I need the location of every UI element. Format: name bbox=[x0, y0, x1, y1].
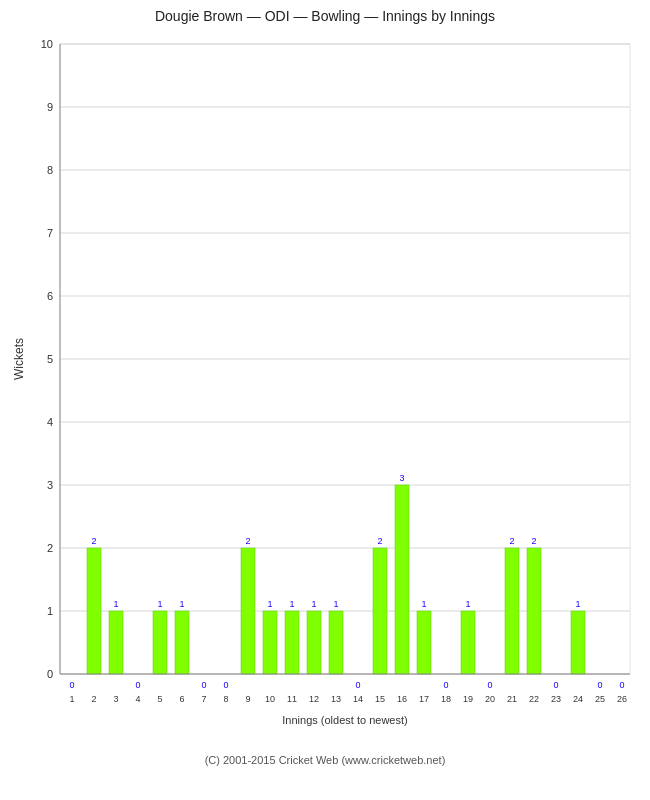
svg-text:0: 0 bbox=[597, 680, 602, 690]
svg-text:21: 21 bbox=[507, 694, 517, 704]
svg-rect-54 bbox=[285, 611, 299, 674]
svg-rect-27 bbox=[87, 548, 101, 674]
svg-rect-87 bbox=[527, 548, 541, 674]
svg-text:16: 16 bbox=[397, 694, 407, 704]
svg-text:9: 9 bbox=[245, 694, 250, 704]
main-chart: 0 1 2 3 4 5 6 7 8 9 10 Wickets 0 1 2 2 1… bbox=[5, 24, 645, 754]
svg-text:20: 20 bbox=[485, 694, 495, 704]
svg-text:0: 0 bbox=[553, 680, 558, 690]
svg-rect-72 bbox=[417, 611, 431, 674]
svg-text:9: 9 bbox=[47, 101, 53, 113]
svg-text:1: 1 bbox=[157, 599, 162, 609]
svg-text:26: 26 bbox=[617, 694, 627, 704]
svg-text:8: 8 bbox=[47, 164, 53, 176]
svg-text:2: 2 bbox=[245, 536, 250, 546]
svg-rect-93 bbox=[571, 611, 585, 674]
svg-rect-66 bbox=[373, 548, 387, 674]
svg-text:0: 0 bbox=[355, 680, 360, 690]
svg-text:5: 5 bbox=[47, 353, 53, 365]
chart-container: Dougie Brown — ODI — Bowling — Innings b… bbox=[0, 0, 650, 800]
svg-text:2: 2 bbox=[91, 536, 96, 546]
svg-rect-36 bbox=[153, 611, 167, 674]
svg-text:10: 10 bbox=[265, 694, 275, 704]
svg-text:0: 0 bbox=[443, 680, 448, 690]
svg-text:0: 0 bbox=[487, 680, 492, 690]
svg-text:7: 7 bbox=[201, 694, 206, 704]
svg-text:3: 3 bbox=[113, 694, 118, 704]
svg-text:13: 13 bbox=[331, 694, 341, 704]
svg-text:22: 22 bbox=[529, 694, 539, 704]
svg-rect-51 bbox=[263, 611, 277, 674]
svg-text:14: 14 bbox=[353, 694, 363, 704]
svg-text:2: 2 bbox=[531, 536, 536, 546]
svg-text:8: 8 bbox=[223, 694, 228, 704]
svg-text:24: 24 bbox=[573, 694, 583, 704]
svg-rect-39 bbox=[175, 611, 189, 674]
svg-text:0: 0 bbox=[135, 680, 140, 690]
svg-text:1: 1 bbox=[311, 599, 316, 609]
svg-text:2: 2 bbox=[377, 536, 382, 546]
svg-text:10: 10 bbox=[41, 38, 53, 50]
svg-text:0: 0 bbox=[201, 680, 206, 690]
svg-text:18: 18 bbox=[441, 694, 451, 704]
svg-text:0: 0 bbox=[47, 668, 53, 680]
svg-text:0: 0 bbox=[69, 680, 74, 690]
svg-text:15: 15 bbox=[375, 694, 385, 704]
svg-rect-69 bbox=[395, 485, 409, 674]
svg-text:Innings (oldest to newest): Innings (oldest to newest) bbox=[282, 714, 407, 726]
svg-text:0: 0 bbox=[223, 680, 228, 690]
svg-rect-78 bbox=[461, 611, 475, 674]
svg-text:4: 4 bbox=[135, 694, 140, 704]
svg-rect-84 bbox=[505, 548, 519, 674]
footer-text: (C) 2001-2015 Cricket Web (www.cricketwe… bbox=[205, 754, 446, 766]
svg-text:1: 1 bbox=[465, 599, 470, 609]
svg-text:11: 11 bbox=[287, 694, 297, 704]
svg-text:2: 2 bbox=[47, 542, 53, 554]
svg-text:25: 25 bbox=[595, 694, 605, 704]
chart-title: Dougie Brown — ODI — Bowling — Innings b… bbox=[155, 8, 495, 24]
svg-text:17: 17 bbox=[419, 694, 429, 704]
svg-text:4: 4 bbox=[47, 416, 53, 428]
svg-text:1: 1 bbox=[289, 599, 294, 609]
svg-text:1: 1 bbox=[267, 599, 272, 609]
svg-text:19: 19 bbox=[463, 694, 473, 704]
svg-text:6: 6 bbox=[179, 694, 184, 704]
svg-text:1: 1 bbox=[575, 599, 580, 609]
svg-rect-30 bbox=[109, 611, 123, 674]
svg-text:1: 1 bbox=[47, 605, 53, 617]
svg-text:7: 7 bbox=[47, 227, 53, 239]
svg-text:2: 2 bbox=[509, 536, 514, 546]
svg-text:1: 1 bbox=[179, 599, 184, 609]
svg-text:6: 6 bbox=[47, 290, 53, 302]
svg-rect-57 bbox=[307, 611, 321, 674]
svg-rect-48 bbox=[241, 548, 255, 674]
svg-text:12: 12 bbox=[309, 694, 319, 704]
svg-rect-60 bbox=[329, 611, 343, 674]
svg-text:1: 1 bbox=[333, 599, 338, 609]
svg-text:5: 5 bbox=[157, 694, 162, 704]
svg-text:2: 2 bbox=[91, 694, 96, 704]
svg-text:3: 3 bbox=[399, 473, 404, 483]
svg-text:1: 1 bbox=[113, 599, 118, 609]
svg-text:Wickets: Wickets bbox=[12, 338, 26, 380]
svg-text:1: 1 bbox=[421, 599, 426, 609]
svg-text:0: 0 bbox=[619, 680, 624, 690]
svg-text:1: 1 bbox=[69, 694, 74, 704]
svg-text:3: 3 bbox=[47, 479, 53, 491]
svg-text:23: 23 bbox=[551, 694, 561, 704]
